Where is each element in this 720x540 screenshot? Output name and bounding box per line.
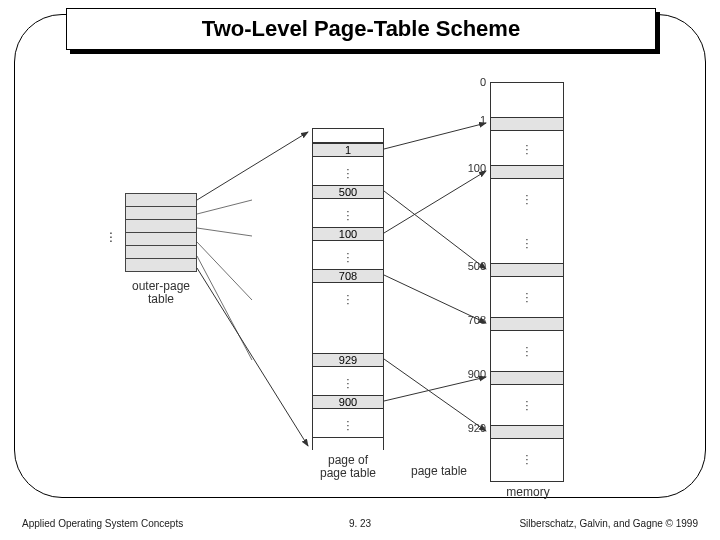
outer-row xyxy=(125,193,197,207)
ellipsis-icon: ··· xyxy=(525,237,528,249)
page-table-group-caption: page table xyxy=(404,465,474,478)
mem-frame xyxy=(491,317,563,331)
mid-entry: 708 xyxy=(313,269,383,283)
mid-entry-value: 500 xyxy=(339,186,357,198)
memory-addr-label: 708 xyxy=(460,314,486,326)
slide-title-box: Two-Level Page-Table Scheme xyxy=(66,8,656,50)
page-of-page-table-caption: page of page table xyxy=(318,454,378,480)
mem-frame xyxy=(491,117,563,131)
ellipsis-icon: ··· xyxy=(346,167,349,179)
mid-entry-value: 900 xyxy=(339,396,357,408)
ellipsis-icon: ··· xyxy=(346,419,349,431)
ellipsis-icon: ··· xyxy=(346,251,349,263)
ellipsis-icon: ··· xyxy=(525,193,528,205)
outer-page-table-caption: outer-page table xyxy=(128,280,194,306)
memory-column: ··· ··· ··· ··· ··· ··· ··· xyxy=(490,82,564,482)
mid-entry-value: 929 xyxy=(339,354,357,366)
ellipsis-icon: ··· xyxy=(346,377,349,389)
mid-entry: 929 xyxy=(313,353,383,367)
memory-caption: memory xyxy=(498,486,558,499)
memory-addr-label: 1 xyxy=(460,114,486,126)
mem-frame xyxy=(491,263,563,277)
mid-entry: 500 xyxy=(313,185,383,199)
outer-row xyxy=(125,245,197,259)
mid-entry: 100 xyxy=(313,227,383,241)
memory-addr-label: 929 xyxy=(460,422,486,434)
ellipsis-icon: ··· xyxy=(525,453,528,465)
mid-row xyxy=(313,437,383,451)
outer-page-table xyxy=(125,194,197,272)
ellipsis-icon: ··· xyxy=(109,230,113,242)
ellipsis-icon: ··· xyxy=(525,143,528,155)
outer-row xyxy=(125,219,197,233)
mem-frame xyxy=(491,165,563,179)
ellipsis-icon: ··· xyxy=(525,291,528,303)
outer-row xyxy=(125,206,197,220)
memory-addr-label: 900 xyxy=(460,368,486,380)
mid-entry: 1 xyxy=(313,143,383,157)
memory-addr-label: 500 xyxy=(460,260,486,272)
outer-row xyxy=(125,258,197,272)
memory-addr-label: 100 xyxy=(460,162,486,174)
memory-top-label: 0 xyxy=(468,76,486,88)
mid-entry: 900 xyxy=(313,395,383,409)
ellipsis-icon: ··· xyxy=(525,345,528,357)
mid-entry-value: 1 xyxy=(345,144,351,156)
footer-right: Silberschatz, Galvin, and Gagne © 1999 xyxy=(519,518,698,529)
mid-entry-value: 708 xyxy=(339,270,357,282)
mid-row xyxy=(313,129,383,143)
outer-row xyxy=(125,232,197,246)
footer: Applied Operating System Concepts 9. 23 … xyxy=(0,512,720,536)
mid-entry-value: 100 xyxy=(339,228,357,240)
mem-frame xyxy=(491,425,563,439)
page-of-page-table: 1 ··· 500 ··· 100 ··· 708 ··· 929 ··· 90… xyxy=(312,128,384,450)
ellipsis-icon: ··· xyxy=(525,399,528,411)
ellipsis-icon: ··· xyxy=(346,293,349,305)
mem-frame xyxy=(491,371,563,385)
ellipsis-icon: ··· xyxy=(346,209,349,221)
slide-title: Two-Level Page-Table Scheme xyxy=(202,16,520,42)
